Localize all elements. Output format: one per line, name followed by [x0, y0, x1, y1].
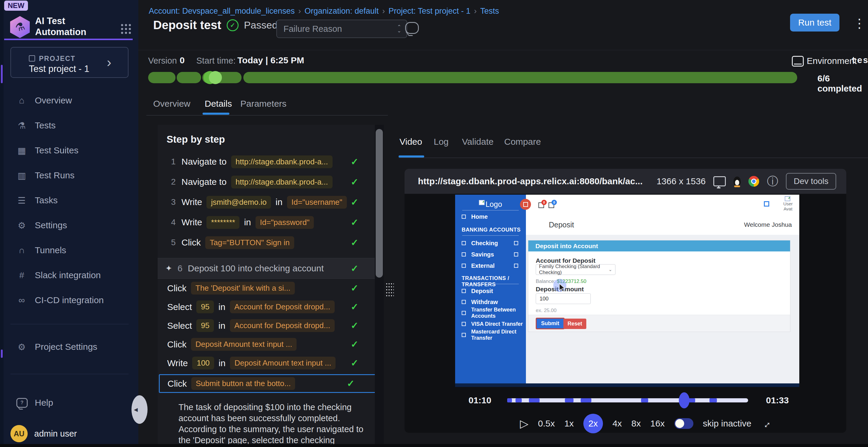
step-selector-badge[interactable]: Deposit Amount text input ...: [230, 357, 336, 370]
timeline-marker[interactable]: [685, 398, 695, 403]
timeline-marker[interactable]: [516, 398, 522, 403]
step-value-badge[interactable]: http://stage.dbank.prod-a...: [231, 156, 333, 168]
window-icon[interactable]: [764, 201, 769, 207]
timeline-marker[interactable]: [641, 398, 648, 403]
account-for-deposit-select[interactable]: Family Checking (Standard Checking) ⌄: [536, 264, 616, 275]
step-row-1[interactable]: 1 Navigate to http://stage.dbank.prod-a.…: [158, 151, 384, 172]
panel-splitter-handle[interactable]: [385, 282, 394, 297]
window-icon[interactable]: 0: [549, 202, 554, 208]
submit-button[interactable]: Submit: [536, 318, 565, 329]
play-button-icon[interactable]: ▷: [520, 417, 528, 430]
substep-row-2[interactable]: Select 95 in Account for Deposit dropd..…: [158, 298, 384, 316]
timeline-marker[interactable]: [565, 398, 573, 403]
speed-4x[interactable]: 4x: [613, 418, 622, 428]
speed-2x-active[interactable]: 2x: [583, 414, 603, 433]
substep-row-4[interactable]: Click Deposit Amount text input ... ✓: [158, 335, 384, 354]
step-value-badge[interactable]: jsmith@demo.io: [207, 196, 271, 209]
sidebar-item-settings[interactable]: ⚙ Settings: [4, 213, 138, 238]
step-selector-badge[interactable]: The 'Deposit' link with a si...: [191, 282, 295, 295]
step-selector-badge[interactable]: Tag="BUTTON" Sign in: [205, 236, 294, 249]
window-icon[interactable]: 0: [538, 202, 544, 208]
breadcrumb-organization[interactable]: Organization: default: [305, 6, 379, 16]
step-value-badge[interactable]: 100: [192, 357, 214, 370]
tab-log[interactable]: Log: [434, 137, 448, 147]
bank-nav-savings[interactable]: Savings: [455, 250, 526, 258]
breadcrumb-account[interactable]: Account: Devspace_all_module_licenses: [149, 6, 295, 16]
sidebar-item-tasks[interactable]: ☰ Tasks: [4, 188, 138, 213]
bank-nav-checking[interactable]: Checking: [455, 239, 526, 247]
sidebar-item-tests[interactable]: ⚗ Tests: [4, 113, 138, 138]
tab-video[interactable]: Video: [400, 137, 422, 147]
substep-row-1[interactable]: Click The 'Deposit' link with a si... ✓: [158, 279, 384, 298]
reset-button[interactable]: Reset: [563, 319, 586, 329]
step-selector-badge[interactable]: Account for Deposit dropd...: [230, 301, 335, 313]
tab-details[interactable]: Details: [205, 99, 232, 109]
tab-parameters[interactable]: Parameters: [240, 99, 286, 109]
bank-nav-withdraw[interactable]: Withdraw: [455, 298, 526, 306]
sidebar-item-tunnels[interactable]: ∩ Tunnels: [4, 238, 138, 263]
bank-nav-mastercard[interactable]: Mastercard Direct Transfer: [455, 331, 526, 339]
run-test-button[interactable]: Run test: [790, 14, 839, 32]
tab-overview[interactable]: Overview: [153, 99, 190, 109]
step-selector-badge[interactable]: Id="username": [287, 196, 347, 209]
dev-tools-button[interactable]: Dev tools: [786, 173, 836, 190]
app-logo-icon[interactable]: ⚗: [10, 16, 30, 38]
speed-8x[interactable]: 8x: [631, 418, 641, 428]
sidebar-item-test-runs[interactable]: ▥ Test Runs: [4, 163, 138, 188]
sidebar-item-test-suites[interactable]: ▦ Test Suites: [4, 138, 138, 163]
apps-grid-icon[interactable]: [120, 23, 131, 34]
step-group-6[interactable]: ✦ 6 Deposit 100 into checking account ✓: [158, 258, 384, 279]
substep-row-3[interactable]: Select 95 in Account for Deposit dropd..…: [158, 316, 384, 335]
bank-nav-transfer[interactable]: Transfer Between Accounts: [455, 309, 526, 317]
bank-nav-external[interactable]: External: [455, 262, 526, 270]
sidebar-item-project-settings[interactable]: ⚙ Project Settings: [4, 334, 138, 359]
project-selector[interactable]: PROJECT Test project - 1 ›: [10, 47, 128, 78]
speed-1x[interactable]: 1x: [564, 418, 574, 428]
user-menu[interactable]: AU admin user: [4, 425, 145, 442]
step-selector-badge[interactable]: Submit button at the botto...: [191, 377, 295, 390]
progress-segment[interactable]: [243, 72, 797, 83]
bank-logo[interactable]: Logo: [455, 200, 526, 209]
deposit-amount-input[interactable]: 100: [536, 294, 591, 304]
timeline-marker[interactable]: [507, 398, 512, 403]
kebab-menu-icon[interactable]: ⋮: [853, 16, 866, 31]
bank-nav-home[interactable]: Home: [455, 213, 526, 220]
skip-inactive-toggle[interactable]: [674, 418, 693, 429]
step-value-badge[interactable]: http://stage.dbank.prod-a...: [231, 176, 333, 188]
user-avatar-broken-image[interactable]: User Avat: [777, 196, 799, 211]
substep-row-6-selected[interactable]: Click Submit button at the botto... ✓: [159, 374, 381, 393]
progress-segment[interactable]: [177, 72, 201, 83]
sidebar-item-slack-integration[interactable]: # Slack integration: [4, 263, 138, 288]
sidebar-item-cicd-integration[interactable]: ∞ CI-CD integration: [4, 288, 138, 313]
speed-0.5x[interactable]: 0.5x: [538, 418, 555, 428]
step-row-5[interactable]: 5 Click Tag="BUTTON" Sign in ✓: [158, 232, 384, 253]
steps-scrollbar-track[interactable]: [375, 125, 384, 447]
comment-icon[interactable]: [405, 22, 419, 34]
step-value-badge[interactable]: 95: [196, 319, 214, 332]
tab-validate[interactable]: Validate: [462, 137, 494, 147]
sidebar-item-overview[interactable]: ⌂ Overview: [4, 88, 138, 113]
bank-nav-deposit[interactable]: Deposit: [455, 287, 526, 295]
step-selector-badge[interactable]: Account for Deposit dropd...: [230, 319, 335, 332]
sidebar-collapse-handle[interactable]: ◀: [131, 395, 148, 424]
timeline-marker[interactable]: [581, 398, 591, 403]
step-selector-badge[interactable]: Deposit Amount text input ...: [191, 338, 297, 351]
breadcrumb-tests[interactable]: Tests: [480, 6, 499, 16]
step-row-4[interactable]: 4 Write ******** in Id="password" ✓: [158, 212, 384, 232]
sidebar-item-help[interactable]: ? Help: [4, 390, 138, 415]
step-selector-badge[interactable]: Id="password": [255, 216, 314, 229]
steps-scrollbar-thumb[interactable]: [376, 129, 383, 278]
info-icon[interactable]: ⓘ: [767, 176, 778, 187]
fullscreen-icon[interactable]: ↔: [758, 416, 774, 431]
timeline-marker[interactable]: [529, 398, 539, 403]
step-row-3[interactable]: 3 Write jsmith@demo.io in Id="username" …: [158, 192, 384, 212]
timeline-track[interactable]: [507, 398, 748, 403]
video-url[interactable]: http://stage.dbank.prod-apps.relicx.ai:8…: [418, 176, 643, 186]
substep-row-5[interactable]: Write 100 in Deposit Amount text input .…: [158, 354, 384, 372]
speed-16x[interactable]: 16x: [650, 418, 664, 428]
step-row-2[interactable]: 2 Navigate to http://stage.dbank.prod-a.…: [158, 172, 384, 192]
timeline-marker[interactable]: [709, 398, 717, 403]
progress-segment[interactable]: [148, 72, 176, 83]
step-value-badge[interactable]: ********: [207, 216, 240, 229]
breadcrumb-project[interactable]: Project: Test project - 1: [389, 6, 471, 16]
